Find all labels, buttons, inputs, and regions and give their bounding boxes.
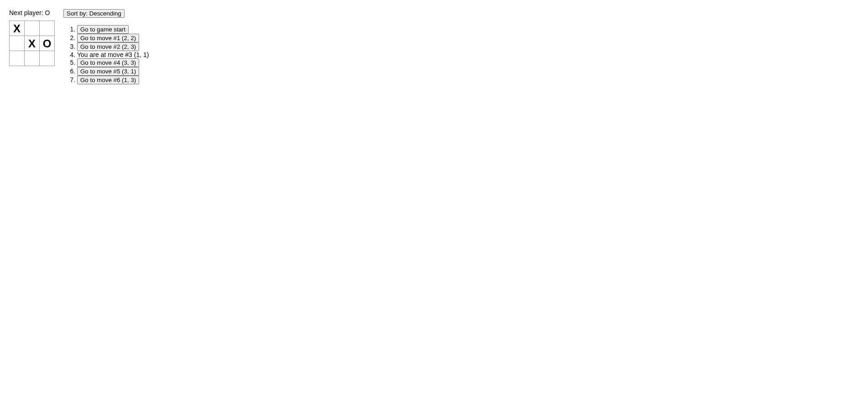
board-row: X O	[9, 36, 54, 51]
goto-move-button[interactable]: Go to move #6 (1, 3)	[77, 76, 139, 84]
goto-move-button[interactable]: Go to move #2 (2, 3)	[77, 42, 139, 51]
square-1-2[interactable]: O	[39, 36, 55, 51]
move-list-item: Go to move #4 (3, 3)	[77, 58, 149, 67]
square-0-0[interactable]: X	[9, 21, 25, 36]
square-2-0[interactable]	[9, 51, 25, 66]
board-row	[9, 51, 54, 66]
square-1-0[interactable]	[9, 36, 25, 51]
board: X X O	[9, 21, 54, 66]
square-0-2[interactable]	[39, 21, 55, 36]
square-0-1[interactable]	[24, 21, 40, 36]
move-history-list: Go to game startGo to move #1 (2, 2)Go t…	[63, 25, 149, 84]
square-1-1[interactable]: X	[24, 36, 40, 51]
move-list-item: Go to move #1 (2, 2)	[77, 34, 149, 42]
current-move-label: You are at move #3 (1, 1)	[77, 51, 149, 58]
move-list-item: You are at move #3 (1, 1)	[77, 51, 149, 58]
game-board-panel: Next player: O X X O	[9, 9, 54, 91]
sort-button[interactable]: Sort by: Descending	[63, 9, 125, 18]
board-row: X	[9, 21, 54, 36]
game-container: Next player: O X X O Sort by: Descending…	[9, 9, 859, 91]
goto-move-button[interactable]: Go to move #5 (3, 1)	[77, 67, 139, 76]
move-list-item: Go to move #6 (1, 3)	[77, 76, 149, 84]
game-info-panel: Sort by: Descending Go to game startGo t…	[63, 9, 149, 91]
move-list-item: Go to game start	[77, 25, 149, 34]
goto-move-button[interactable]: Go to move #4 (3, 3)	[77, 58, 139, 67]
move-list-item: Go to move #2 (2, 3)	[77, 42, 149, 51]
move-list-item: Go to move #5 (3, 1)	[77, 67, 149, 76]
status-text: Next player: O	[9, 9, 54, 16]
goto-move-button[interactable]: Go to game start	[77, 25, 129, 34]
square-2-1[interactable]	[24, 51, 40, 66]
goto-move-button[interactable]: Go to move #1 (2, 2)	[77, 34, 139, 42]
square-2-2[interactable]	[39, 51, 55, 66]
